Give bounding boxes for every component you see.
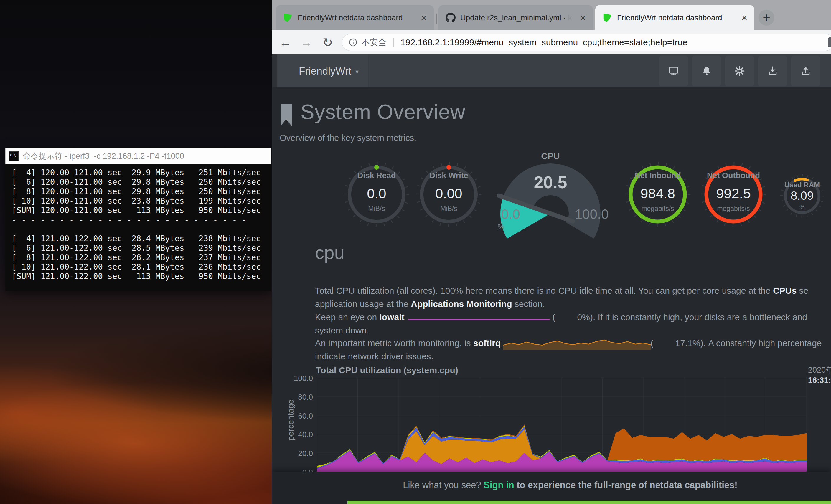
close-icon[interactable]: ×	[741, 13, 747, 23]
terminal-line: [SUM] 121.00-122.00 sec 113 MBytes 950 M…	[12, 272, 271, 281]
netdata-header: FriendlyWrt ▾	[272, 55, 831, 88]
close-icon[interactable]: ×	[421, 13, 427, 23]
gauge-net-inbound[interactable]: Net Inbound 984.8 megabits/s	[624, 160, 692, 228]
gauge-unit: %	[780, 204, 824, 211]
download-icon	[767, 66, 778, 76]
export-snapshot-button[interactable]	[791, 56, 821, 86]
netdata-favicon	[602, 13, 612, 23]
gauge-used-ram[interactable]: Used RAM 8.09 %	[780, 174, 824, 218]
gauge-disk-read[interactable]: Disk Read 0.0 MiB/s	[343, 160, 410, 228]
y-tick: 80.0	[288, 393, 313, 402]
upload-icon	[800, 66, 811, 76]
gauge-value: 8.09	[780, 189, 824, 202]
print-dashboard-button[interactable]	[659, 56, 688, 86]
applications-monitoring-link[interactable]: Applications Monitoring	[411, 299, 512, 309]
gauge-label: Disk Read	[343, 171, 410, 180]
page-title: System Overview	[300, 100, 466, 124]
chart-title: Total CPU utilization (system.cpu)	[316, 365, 458, 375]
address-bar[interactable]: 不安全 192.168.2.1:19999/#menu_system_subme…	[342, 34, 831, 51]
terminal-titlebar[interactable]: ···C:\_ 命令提示符 - iperf3 -c 192.168.1.2 -P…	[5, 148, 271, 165]
y-tick: 40.0	[288, 430, 313, 439]
cpu-utilization-chart[interactable]	[317, 378, 806, 472]
terminal-line: [SUM] 120.00-121.00 sec 113 MBytes 950 M…	[12, 206, 271, 215]
cpu-paragraph-line: Keep an eye on iowait (0%). If it is con…	[315, 312, 831, 324]
cpus-link[interactable]: CPUs	[773, 286, 797, 296]
cpu-paragraph-line: application usage at the Applications Mo…	[315, 299, 831, 311]
page-subtitle: Overview of the key system metrics.	[280, 133, 417, 143]
alarms-button[interactable]	[692, 56, 721, 86]
gauge-label: Net Outbound	[699, 171, 767, 180]
cpu-section-title: cpu	[315, 242, 344, 263]
y-tick: 100.0	[288, 374, 313, 383]
close-icon[interactable]: ×	[580, 13, 586, 23]
extension-icon-partial[interactable]	[828, 37, 831, 48]
terminal-line: [ 8] 121.00-122.00 sec 28.2 MBytes 237 M…	[12, 253, 271, 262]
terminal-line: [ 6] 121.00-122.00 sec 28.5 MBytes 239 M…	[12, 243, 271, 253]
iowait-sparkline[interactable]	[408, 319, 550, 321]
terminal-window[interactable]: ···C:\_ 命令提示符 - iperf3 -c 192.168.1.2 -P…	[5, 148, 271, 291]
gauge-unit: megabits/s	[699, 205, 767, 213]
omnibox-divider	[393, 38, 394, 47]
tab-title: FriendlyWrt netdata dashboard	[297, 13, 417, 22]
chart-date: 2020年3	[808, 365, 831, 375]
browser-toolbar: ← → ↻ 不安全 192.168.2.1:19999/#menu_system…	[272, 30, 831, 55]
node-selector[interactable]: FriendlyWrt ▾	[277, 55, 368, 88]
bottom-green-strip	[347, 501, 831, 504]
gear-icon	[734, 66, 745, 76]
settings-button[interactable]	[725, 56, 754, 86]
gauge-label: Net Inbound	[624, 171, 692, 180]
tab-title: FriendlyWrt netdata dashboard	[617, 13, 737, 22]
gauge-value: 0.00	[415, 185, 483, 202]
terminal-title: 命令提示符 - iperf3 -c 192.168.1.2 -P4 -t1000	[23, 151, 184, 161]
terminal-line: [ 10] 121.00-122.00 sec 28.1 MBytes 236 …	[12, 262, 271, 272]
gauge-label: Disk Write	[415, 171, 483, 180]
tab-netdata-2-active[interactable]: FriendlyWrt netdata dashboard ×	[595, 5, 754, 30]
gauge-unit: %	[495, 223, 507, 232]
info-icon[interactable]	[349, 38, 357, 47]
softirq-sparkline[interactable]	[503, 338, 651, 350]
cpu-paragraph-line: system down.	[315, 326, 831, 337]
reload-icon[interactable]: ↻	[319, 30, 337, 55]
security-label: 不安全	[362, 37, 386, 48]
tab-title: Update r2s_lean_minimal.yml · k	[460, 13, 576, 22]
sign-in-link[interactable]: Sign in	[484, 480, 514, 490]
terminal-line: [ 6] 120.00-121.00 sec 29.8 MBytes 250 M…	[12, 177, 271, 187]
new-tab-button[interactable]: +	[758, 10, 774, 26]
tab-separator	[436, 13, 437, 24]
signin-text: Like what you see? Sign in to experience…	[272, 480, 831, 491]
url-text[interactable]: 192.168.2.1:19999/#menu_system_submenu_c…	[400, 37, 687, 48]
terminal-line: [ 10] 120.00-121.00 sec 23.8 MBytes 199 …	[12, 196, 271, 206]
gauge-disk-write[interactable]: Disk Write 0.00 MiB/s	[415, 160, 483, 228]
y-tick: 20.0	[288, 449, 313, 458]
netdata-favicon	[283, 13, 293, 23]
chart-time: 16:31:2	[808, 376, 831, 385]
gauge-net-outbound[interactable]: Net Outbound 992.5 megabits/s	[699, 160, 767, 228]
cpu-paragraph-line: indicate network driver issues.	[315, 351, 831, 363]
import-snapshot-button[interactable]	[758, 56, 787, 86]
gauge-value: 984.8	[624, 185, 692, 202]
cmd-icon: ···C:\_	[9, 151, 19, 161]
gauge-max: 100.0	[571, 206, 612, 222]
tab-github[interactable]: Update r2s_lean_minimal.yml · k ×	[438, 5, 593, 30]
gauge-value: 20.5	[527, 172, 574, 192]
forward-icon[interactable]: →	[297, 30, 315, 55]
back-icon[interactable]: ←	[277, 30, 294, 55]
github-favicon	[446, 13, 456, 23]
gauge-unit: MiB/s	[343, 205, 410, 213]
gauge-label: Used RAM	[780, 181, 824, 189]
tab-netdata-1[interactable]: FriendlyWrt netdata dashboard ×	[276, 5, 434, 30]
terminal-line	[12, 225, 271, 234]
bell-icon	[701, 66, 712, 76]
tab-strip: FriendlyWrt netdata dashboard × Update r…	[272, 0, 831, 30]
terminal-line: [ 8] 120.00-121.00 sec 29.8 MBytes 250 M…	[12, 187, 271, 196]
gauge-cpu[interactable]: CPU 20.5 0.0 % 100.0	[494, 149, 606, 246]
gauge-value: 992.5	[699, 185, 767, 202]
terminal-line: [ 4] 121.00-122.00 sec 28.4 MBytes 238 M…	[12, 234, 271, 243]
terminal-output: [ 4] 120.00-121.00 sec 29.9 MBytes 251 M…	[5, 165, 271, 291]
gauge-min: 0.0	[494, 206, 527, 222]
desktop: ···C:\_ 命令提示符 - iperf3 -c 192.168.1.2 -P…	[0, 0, 831, 504]
browser-window: FriendlyWrt netdata dashboard × Update r…	[272, 0, 831, 504]
y-tick: 60.0	[288, 412, 313, 421]
cpu-paragraph-line: An important metric worth monitoring, is…	[315, 338, 831, 350]
node-name: FriendlyWrt	[299, 65, 351, 77]
